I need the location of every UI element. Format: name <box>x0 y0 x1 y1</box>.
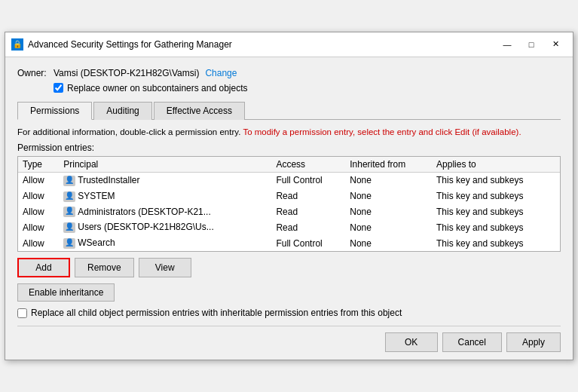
ok-button[interactable]: OK <box>385 332 438 352</box>
tabs-container: Permissions Auditing Effective Access <box>17 101 561 120</box>
owner-value: Vamsi (DESKTOP-K21H82G\Vamsi) <box>54 68 199 78</box>
cell-inherited: None <box>345 188 432 204</box>
cell-type: Allow <box>18 172 59 188</box>
apply-button[interactable]: Apply <box>506 332 561 352</box>
cell-access: Read <box>271 204 345 220</box>
replace-child-checkbox[interactable] <box>17 308 27 318</box>
replace-owner-label: Replace owner on subcontainers and objec… <box>67 83 247 93</box>
cell-type: Allow <box>18 204 59 220</box>
cell-principal: 👤TrustedInstaller <box>59 172 271 188</box>
title-bar: 🔒 Advanced Security Settings for Gatheri… <box>5 32 573 57</box>
replace-owner-row: Replace owner on subcontainers and objec… <box>54 83 561 93</box>
info-text-part2: To modify a permission entry, select the… <box>243 127 521 136</box>
cell-type: Allow <box>18 219 59 235</box>
table-row[interactable]: Allow 👤Users (DESKTOP-K21H82G\Us... Read… <box>18 219 560 235</box>
content-area: Owner: Vamsi (DESKTOP-K21H82G\Vamsi) Cha… <box>5 57 573 360</box>
cell-principal: 👤SYSTEM <box>59 188 271 204</box>
col-applies: Applies to <box>432 157 560 173</box>
view-button[interactable]: View <box>139 258 191 277</box>
cell-applies: This key and subkeys <box>432 219 560 235</box>
table-row[interactable]: Allow 👤SYSTEM Read None This key and sub… <box>18 188 560 204</box>
cell-inherited: None <box>345 219 432 235</box>
footer-buttons: OK Cancel Apply <box>17 326 561 352</box>
window-controls: — □ ✕ <box>496 37 567 52</box>
col-principal: Principal <box>59 157 271 173</box>
change-owner-link[interactable]: Change <box>205 68 237 78</box>
cell-access: Read <box>271 188 345 204</box>
cell-principal: 👤WSearch <box>59 235 271 251</box>
col-type: Type <box>18 157 59 173</box>
close-button[interactable]: ✕ <box>544 37 567 52</box>
minimize-button[interactable]: — <box>496 37 518 52</box>
action-buttons-row: Add Remove View <box>17 258 561 277</box>
table-header-row: Type Principal Access Inherited from App… <box>18 157 560 173</box>
window-icon: 🔒 <box>11 38 23 51</box>
cell-inherited: None <box>345 172 432 188</box>
remove-button[interactable]: Remove <box>75 258 134 277</box>
cell-access: Read <box>271 219 345 235</box>
footer-checkbox-row: Replace all child object permission entr… <box>17 308 561 318</box>
info-text: For additional information, double-click… <box>17 126 561 138</box>
section-label: Permission entries: <box>17 142 561 153</box>
cell-inherited: None <box>345 235 432 251</box>
cell-applies: This key and subkeys <box>432 204 560 220</box>
tab-effective-access[interactable]: Effective Access <box>154 102 245 120</box>
info-text-part1: For additional information, double-click… <box>17 127 240 136</box>
window-title: Advanced Security Settings for Gathering… <box>28 39 496 50</box>
cell-principal: 👤Users (DESKTOP-K21H82G\Us... <box>59 219 271 235</box>
cell-principal: 👤Administrators (DESKTOP-K21... <box>59 204 271 220</box>
cell-applies: This key and subkeys <box>432 172 560 188</box>
replace-child-label: Replace all child object permission entr… <box>31 308 402 318</box>
table-row[interactable]: Allow 👤Administrators (DESKTOP-K21... Re… <box>18 204 560 220</box>
cell-type: Allow <box>18 235 59 251</box>
col-access: Access <box>271 157 345 173</box>
cell-inherited: None <box>345 204 432 220</box>
tab-permissions[interactable]: Permissions <box>17 102 92 120</box>
replace-owner-checkbox[interactable] <box>54 83 63 93</box>
cell-applies: This key and subkeys <box>432 188 560 204</box>
cell-type: Allow <box>18 188 59 204</box>
permissions-table: Type Principal Access Inherited from App… <box>18 157 560 251</box>
cell-access: Full Control <box>271 172 345 188</box>
owner-label: Owner: <box>17 68 47 78</box>
main-window: 🔒 Advanced Security Settings for Gatheri… <box>5 32 573 360</box>
cell-access: Full Control <box>271 235 345 251</box>
table-row[interactable]: Allow 👤TrustedInstaller Full Control Non… <box>18 172 560 188</box>
cancel-button[interactable]: Cancel <box>442 332 502 352</box>
maximize-button[interactable]: □ <box>520 37 543 52</box>
enable-inheritance-button[interactable]: Enable inheritance <box>17 283 115 302</box>
permissions-table-container: Type Principal Access Inherited from App… <box>17 156 561 252</box>
owner-row: Owner: Vamsi (DESKTOP-K21H82G\Vamsi) Cha… <box>17 68 561 78</box>
tab-auditing[interactable]: Auditing <box>93 102 151 120</box>
table-row[interactable]: Allow 👤WSearch Full Control None This ke… <box>18 235 560 251</box>
cell-applies: This key and subkeys <box>432 235 560 251</box>
col-inherited: Inherited from <box>345 157 432 173</box>
add-button[interactable]: Add <box>17 258 70 277</box>
